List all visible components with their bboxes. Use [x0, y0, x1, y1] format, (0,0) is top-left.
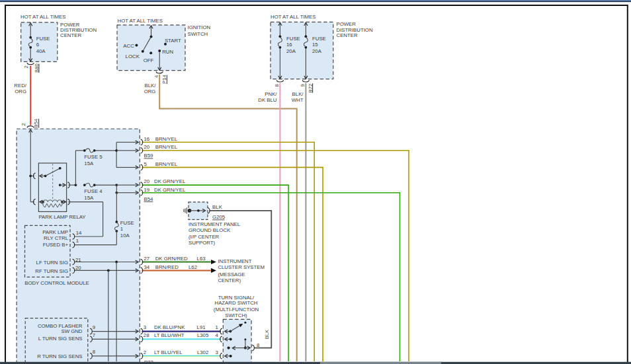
svg-text:20A: 20A — [286, 48, 296, 54]
svg-text:G205: G205 — [212, 214, 226, 220]
svg-text:RUN: RUN — [162, 49, 173, 55]
svg-text:FUSE: FUSE — [312, 36, 326, 42]
svg-text:3: 3 — [215, 349, 218, 355]
svg-text:L TURN SIG SENS: L TURN SIG SENS — [38, 336, 83, 342]
svg-text:L91: L91 — [197, 324, 206, 330]
svg-text:HOT AT ALL TIMES: HOT AT ALL TIMES — [118, 18, 163, 24]
svg-text:4: 4 — [153, 75, 159, 78]
svg-text:CENTER: CENTER — [337, 32, 358, 38]
svg-text:8: 8 — [274, 84, 280, 87]
svg-text:10A: 10A — [120, 233, 130, 238]
svg-text:BRN/RED: BRN/RED — [155, 264, 179, 270]
svg-text:RF TURN SIG: RF TURN SIG — [35, 268, 68, 274]
svg-text:2: 2 — [23, 65, 29, 68]
svg-text:ORG: ORG — [15, 89, 26, 94]
svg-text:LT BLU/YEL: LT BLU/YEL — [154, 349, 183, 355]
svg-text:PNK/: PNK/ — [265, 91, 277, 97]
svg-text:1: 1 — [76, 238, 79, 244]
svg-text:FUSE: FUSE — [286, 36, 300, 42]
svg-text:40A: 40A — [36, 48, 46, 54]
svg-text:LOCK: LOCK — [126, 54, 140, 59]
svg-text:FUSE: FUSE — [36, 36, 50, 42]
svg-text:BLK/: BLK/ — [292, 91, 304, 97]
svg-text:SW GND: SW GND — [61, 328, 82, 334]
svg-text:LF TURN SIG: LF TURN SIG — [36, 260, 68, 266]
svg-text:4: 4 — [215, 332, 218, 338]
svg-text:BLK: BLK — [264, 329, 270, 340]
svg-text:BRN/YEL: BRN/YEL — [155, 161, 178, 167]
svg-text:9: 9 — [93, 324, 95, 330]
svg-text:BRN/YEL: BRN/YEL — [155, 136, 178, 142]
svg-text:POWER: POWER — [337, 21, 357, 27]
svg-text:(MULTI-FUNCTION: (MULTI-FUNCTION — [214, 307, 259, 312]
svg-text:8: 8 — [257, 342, 259, 348]
svg-text:DK GRN/RED: DK GRN/RED — [155, 256, 188, 262]
svg-text:DK BLU/PNK: DK BLU/PNK — [154, 324, 185, 330]
svg-text:DK GRN/YEL: DK GRN/YEL — [154, 178, 186, 184]
svg-text:SUPPORT): SUPPORT) — [189, 240, 216, 246]
svg-text:20: 20 — [144, 144, 150, 150]
svg-text:IGNITION: IGNITION — [188, 24, 211, 30]
svg-text:ACC: ACC — [123, 43, 134, 49]
svg-text:L62: L62 — [189, 264, 197, 270]
svg-text:BLK/: BLK/ — [144, 83, 156, 89]
svg-text:B54: B54 — [33, 118, 39, 128]
svg-text:FUSE: FUSE — [120, 220, 134, 226]
svg-text:INSTRUMENT: INSTRUMENT — [218, 258, 251, 264]
svg-text:3: 3 — [144, 324, 146, 330]
svg-text:16: 16 — [286, 42, 292, 48]
svg-text:HOT AT ALL TIMES: HOT AT ALL TIMES — [271, 14, 316, 20]
svg-text:BLK: BLK — [212, 204, 223, 210]
svg-text:SWITCH: SWITCH — [188, 31, 208, 37]
svg-text:BODY CONTROL MODULE: BODY CONTROL MODULE — [24, 280, 89, 286]
svg-text:SWITCH): SWITCH) — [225, 312, 247, 318]
svg-text:15A: 15A — [84, 195, 94, 201]
svg-text:R TURN SIG SENS: R TURN SIG SENS — [37, 353, 82, 359]
svg-text:RED/: RED/ — [14, 83, 26, 89]
svg-text:19: 19 — [144, 187, 150, 193]
svg-text:28: 28 — [144, 332, 149, 338]
svg-text:L302: L302 — [197, 349, 208, 355]
svg-text:ORG: ORG — [144, 89, 156, 94]
svg-text:FUSE 4: FUSE 4 — [84, 188, 103, 194]
svg-text:6: 6 — [36, 42, 39, 48]
svg-text:L63: L63 — [197, 256, 206, 262]
svg-text:PARK LAMP RELAY: PARK LAMP RELAY — [39, 214, 87, 220]
svg-text:16: 16 — [144, 136, 150, 142]
svg-text:20A: 20A — [312, 48, 322, 54]
svg-text:FUSE 5: FUSE 5 — [84, 154, 103, 160]
svg-text:15A: 15A — [84, 161, 94, 166]
svg-text:FUSED B+: FUSED B+ — [43, 242, 69, 248]
svg-text:DK BLU: DK BLU — [258, 97, 277, 103]
svg-text:WHT: WHT — [292, 97, 304, 103]
svg-text:2: 2 — [21, 123, 26, 126]
svg-text:CENTER): CENTER) — [218, 277, 241, 283]
svg-text:RLY CTRL: RLY CTRL — [44, 235, 69, 241]
svg-text:OFF: OFF — [144, 57, 154, 63]
svg-text:L305: L305 — [197, 332, 209, 338]
svg-text:BRN/YEL: BRN/YEL — [155, 144, 178, 150]
svg-text:34: 34 — [144, 264, 150, 270]
svg-text:27: 27 — [144, 256, 150, 262]
svg-text:1: 1 — [215, 324, 218, 330]
svg-text:B54: B54 — [144, 196, 154, 202]
svg-text:START: START — [165, 38, 181, 44]
svg-text:(MESSAGE: (MESSAGE — [218, 272, 245, 277]
svg-text:14: 14 — [76, 230, 82, 236]
svg-text:B59: B59 — [144, 153, 153, 159]
svg-text:8: 8 — [93, 349, 95, 355]
svg-text:2: 2 — [144, 349, 146, 355]
svg-text:1: 1 — [120, 226, 123, 232]
svg-text:DK GRN/YEL: DK GRN/YEL — [154, 187, 186, 193]
svg-text:HAZARD SWITCH: HAZARD SWITCH — [215, 300, 258, 306]
svg-text:HOT AT ALL TIMES: HOT AT ALL TIMES — [21, 14, 65, 20]
svg-text:CLUSTER SYSTEM: CLUSTER SYSTEM — [218, 264, 265, 270]
svg-text:7: 7 — [93, 332, 95, 338]
svg-text:20: 20 — [75, 265, 81, 271]
svg-text:20: 20 — [144, 178, 150, 184]
svg-text:CENTER: CENTER — [60, 32, 81, 38]
svg-text:5: 5 — [144, 161, 147, 167]
svg-text:9: 9 — [300, 84, 306, 87]
svg-text:15: 15 — [312, 42, 318, 48]
svg-text:GROUND BLOCK: GROUND BLOCK — [189, 227, 231, 233]
